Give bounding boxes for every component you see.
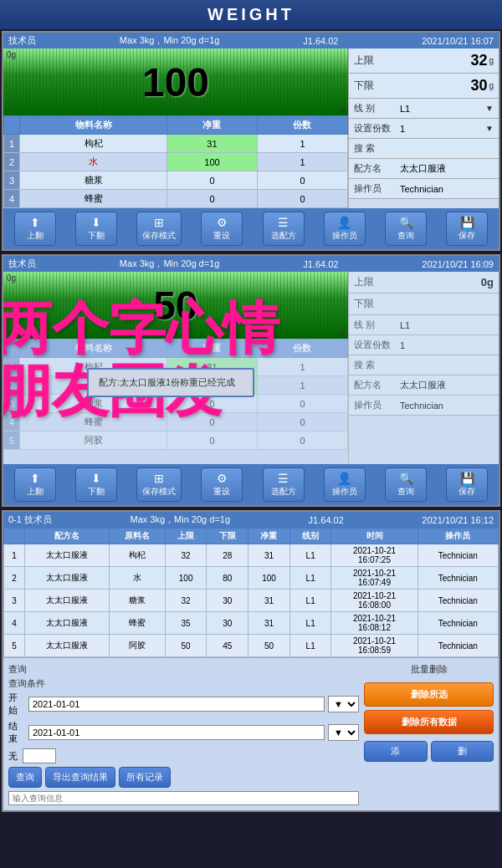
upper-limit-row: 上限 32 g xyxy=(349,49,499,74)
panel2-max: Max 3kg，Min 20g d=1g xyxy=(120,258,220,270)
no-input[interactable] xyxy=(23,748,56,763)
reset-icon: ⚙ xyxy=(217,216,228,229)
result-net: 31 xyxy=(248,544,290,567)
green-bar-2: 0g 50 g xyxy=(3,272,348,339)
btn-operator[interactable]: 👤 操作员 xyxy=(324,212,366,246)
upper-limit-value: 32 xyxy=(379,52,487,69)
export-btn[interactable]: 导出查询结果 xyxy=(45,767,115,788)
net-weight: 31 xyxy=(167,135,258,153)
btn-save-mode[interactable]: ⊞ 保存模式 xyxy=(136,212,182,246)
material-name: 蜂蜜 xyxy=(20,190,167,208)
panel1-datetime: 2021/10/21 16:07 xyxy=(422,36,494,46)
formula-icon: ☰ xyxy=(278,216,289,229)
remove-btn[interactable]: 删 xyxy=(431,741,494,762)
right-field-2: 设置份数1 xyxy=(349,335,499,355)
result-upper: 35 xyxy=(165,612,207,635)
net-weight: 0 xyxy=(167,171,258,190)
start-date-dropdown[interactable]: ▼ xyxy=(328,696,359,712)
btn2-formula[interactable]: ☰选配方 xyxy=(263,467,305,502)
operator-label: 操作员 xyxy=(354,182,400,195)
col-empty xyxy=(4,340,20,358)
result-material: 阿胶 xyxy=(110,635,166,657)
table-row: 4 蜂蜜 0 0 xyxy=(4,190,348,208)
result-material: 水 xyxy=(110,567,166,590)
result-net: 100 xyxy=(248,567,290,590)
panel-1: 技术员 Max 3kg，Min 20g d=1g J1.64.02 2021/1… xyxy=(2,31,500,251)
search-info-input[interactable] xyxy=(8,791,359,805)
col-parts2: 份数 xyxy=(257,340,347,358)
table-row: 3 糖浆 0 0 xyxy=(4,171,348,190)
start-date-row: 开 始 ▼ xyxy=(8,692,359,717)
parts: 0 xyxy=(257,190,347,208)
dropdown-icon2[interactable]: ▼ xyxy=(485,124,494,133)
dropdown-icon[interactable]: ▼ xyxy=(485,104,494,113)
parts: 0 xyxy=(257,171,347,190)
result-operator: Technician xyxy=(417,635,498,657)
result-formula: 太太口服液 xyxy=(24,544,109,567)
end-date-input[interactable] xyxy=(28,725,325,740)
panel1-version: J1.64.02 xyxy=(303,36,338,46)
result-upper: 100 xyxy=(165,567,207,590)
btn2-reset[interactable]: ⚙重设 xyxy=(201,467,243,502)
result-line: L1 xyxy=(289,590,331,612)
btn-down-label: 下翻 xyxy=(88,230,105,242)
delete-selected-btn[interactable]: 删除所选 xyxy=(364,682,494,707)
panel3-header: 0-1 技术员 Max 3kg，Min 20g d=1g J1.64.02 20… xyxy=(3,512,499,528)
result-operator: Technician xyxy=(417,612,498,635)
line-field: 线 别 L1 ▼ xyxy=(349,99,499,119)
search-label: 搜 索 xyxy=(354,142,400,155)
btn-up[interactable]: ⬆ 上翻 xyxy=(14,212,56,246)
btn2-save-mode[interactable]: ⊞保存模式 xyxy=(136,467,182,502)
panel2-header: 技术员 Max 3kg，Min 20g d=1g J1.64.02 2021/1… xyxy=(3,256,499,272)
result-upper: 32 xyxy=(165,544,207,567)
result-upper: 32 xyxy=(165,590,207,612)
btn2-save[interactable]: 💾保存 xyxy=(446,467,488,502)
right-field-3: 搜 索 xyxy=(349,355,499,375)
add-btn[interactable]: 添 xyxy=(364,741,428,762)
formula-label: 选配方 xyxy=(271,230,296,242)
net-weight: 100 xyxy=(167,153,258,171)
query-icon: 🔍 xyxy=(399,216,413,229)
no-label: 无 xyxy=(8,750,18,763)
btn2-down[interactable]: ⬇下翻 xyxy=(75,467,117,502)
col-material: 原料名 xyxy=(110,528,166,544)
lower-limit-row: 下限 30 g xyxy=(349,74,499,99)
col-material2: 物料名称 xyxy=(20,340,167,358)
batch-label: 批量删除 xyxy=(364,663,494,676)
btn2-up[interactable]: ⬆上翻 xyxy=(14,467,56,502)
panel1-body: 0g 100 g 物料名称 净重 份数 1 枸杞 xyxy=(3,49,499,208)
panel-2: 技术员 Max 3kg，Min 20g d=1g J1.64.02 2021/1… xyxy=(2,254,500,507)
col-weight2: 净重 xyxy=(167,340,258,358)
result-row: 2 太太口服液 水 100 80 100 L1 2021-10-2116:07:… xyxy=(4,567,499,590)
result-lower: 80 xyxy=(207,567,248,590)
btn2-query[interactable]: 🔍查询 xyxy=(385,467,427,502)
result-lower: 30 xyxy=(207,612,248,635)
col-num xyxy=(4,528,25,544)
result-row: 1 太太口服液 枸杞 32 28 31 L1 2021-10-2116:07:2… xyxy=(4,544,499,567)
all-records-btn[interactable]: 所有记录 xyxy=(119,767,171,788)
material-name: 糖浆 xyxy=(20,171,167,190)
query-form: 查询 查询条件 开 始 ▼ 结 束 ▼ 无 查询 导出查询结果 所有记录 xyxy=(8,663,359,805)
panel2-toolbar: ⬆上翻 ⬇下翻 ⊞保存模式 ⚙重设 ☰选配方 👤操作员 🔍查询 💾保存 xyxy=(3,464,499,505)
result-lower: 28 xyxy=(207,544,248,567)
panel1-toolbar: ⬆ 上翻 ⬇ 下翻 ⊞ 保存模式 ⚙ 重设 ☰ 选配方 👤 操作员 🔍 查询 💾 xyxy=(3,208,499,249)
end-date-dropdown[interactable]: ▼ xyxy=(328,724,359,741)
right-field-1: 线 别L1 xyxy=(349,315,499,335)
batch-section: 批量删除 删除所选 删除所有数据 添 删 xyxy=(364,663,494,805)
btn-down[interactable]: ⬇ 下翻 xyxy=(75,212,117,246)
btn-save[interactable]: 💾 保存 xyxy=(446,212,488,246)
start-label: 开 始 xyxy=(8,692,25,717)
panel3-specs: Max 3kg，Min 20g d=1g xyxy=(131,513,231,526)
btn-select-formula[interactable]: ☰ 选配方 xyxy=(263,212,305,246)
start-date-input[interactable] xyxy=(28,697,325,712)
delete-all-btn[interactable]: 删除所有数据 xyxy=(364,710,494,734)
query-btn[interactable]: 查询 xyxy=(8,767,42,788)
result-num: 4 xyxy=(4,612,25,635)
btn-query[interactable]: 🔍 查询 xyxy=(385,212,427,246)
result-lower: 45 xyxy=(207,635,248,657)
btn2-operator[interactable]: 👤操作员 xyxy=(324,467,366,502)
unit-label-2: g xyxy=(340,328,345,337)
panel2-body: 0g 50 g 物料名称 净重 份数 1枸杞311 2水1001 3糖 xyxy=(3,272,499,464)
result-formula: 太太口服液 xyxy=(24,612,109,635)
btn-reset[interactable]: ⚙ 重设 xyxy=(201,212,243,246)
